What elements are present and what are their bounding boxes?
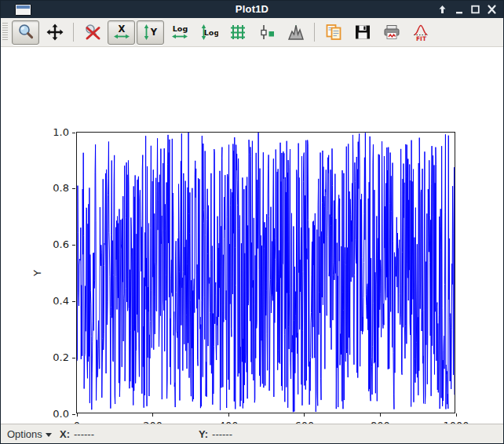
y-tick <box>72 188 75 189</box>
y-tick-label: 0.6 <box>42 238 69 250</box>
minimize-icon <box>455 5 463 14</box>
toolbar-separator <box>314 23 315 42</box>
y-autoscale-label: Y <box>149 27 157 38</box>
magnifier-icon <box>16 23 35 42</box>
cursor-x-readout: X: ------ <box>60 424 94 443</box>
printer-icon <box>382 23 401 42</box>
x-tick <box>77 413 78 417</box>
arrow-up-icon <box>438 5 447 14</box>
x-autoscale-button[interactable]: X <box>108 20 135 45</box>
x-tick <box>152 413 153 417</box>
y-tick <box>72 358 75 358</box>
plot-area[interactable]: X Y 020040060080010000.00.20.40.60.81.0 <box>1 47 503 424</box>
minimize-button[interactable] <box>453 3 465 16</box>
x-readout-label: X: <box>60 428 70 440</box>
x-log-label: Log <box>172 24 187 33</box>
y-tick <box>72 245 75 246</box>
pan-arrows-icon <box>46 23 64 42</box>
y-tick-label: 0.4 <box>42 295 69 307</box>
vertical-double-arrow-icon: Log <box>199 23 218 42</box>
vertical-double-arrow-icon: Y <box>141 23 160 42</box>
plot1d-window: Plot1D <box>0 0 504 444</box>
grid-icon <box>228 23 247 42</box>
plot-toolbar: X Y Log <box>1 18 503 47</box>
fit-label: FIT <box>415 35 426 42</box>
titlebar[interactable]: Plot1D <box>1 1 503 18</box>
x-tick <box>304 413 305 417</box>
plot-axes[interactable]: X Y 020040060080010000.00.20.40.60.81.0 <box>76 132 455 413</box>
curve-line <box>77 133 455 413</box>
histogram-icon <box>287 23 305 42</box>
fit-curve-icon: FIT <box>411 23 430 42</box>
chevron-down-icon <box>46 433 52 437</box>
magnifier-cross-icon <box>83 23 102 42</box>
copy-button[interactable] <box>320 20 347 45</box>
x-autoscale-label: X <box>118 24 125 35</box>
horizontal-double-arrow-icon: Log <box>170 23 189 42</box>
toolbar-grip[interactable] <box>2 23 8 42</box>
y-tick-label: 0.2 <box>42 351 69 363</box>
fit-button[interactable]: FIT <box>407 20 434 45</box>
y-tick <box>72 414 75 415</box>
x-readout-value: ------ <box>74 428 94 440</box>
x-tick <box>456 413 457 417</box>
curve-style-button[interactable] <box>253 20 280 45</box>
floppy-disk-icon <box>353 23 372 42</box>
y-log-label: Log <box>203 28 217 37</box>
y-tick <box>72 133 75 133</box>
close-icon <box>488 5 496 14</box>
window-controls <box>436 1 498 18</box>
print-button[interactable] <box>378 20 405 45</box>
options-dropdown-button[interactable]: Options <box>7 424 52 443</box>
maximize-icon <box>471 5 480 14</box>
copy-pages-icon <box>324 23 343 42</box>
x-tick <box>228 413 229 417</box>
curve-points-icon <box>257 23 276 42</box>
reset-zoom-button[interactable] <box>79 20 106 45</box>
y-axis-title: Y <box>31 270 43 276</box>
save-button[interactable] <box>349 20 376 45</box>
close-button[interactable] <box>486 3 498 16</box>
toolbar-separator <box>73 23 74 42</box>
x-tick <box>380 413 381 417</box>
y-tick-label: 1.0 <box>42 126 69 138</box>
y-autoscale-button[interactable]: Y <box>137 20 164 45</box>
histogram-button[interactable] <box>282 20 309 45</box>
y-readout-value: ------ <box>212 428 232 440</box>
y-readout-label: Y: <box>199 428 208 440</box>
options-label: Options <box>7 428 42 440</box>
window-title: Plot1D <box>1 1 503 18</box>
cursor-y-readout: Y: ------ <box>199 424 232 443</box>
maximize-button[interactable] <box>469 3 481 16</box>
y-tick-label: 0.0 <box>42 408 69 420</box>
y-log-button[interactable]: Log <box>195 20 222 45</box>
grid-button[interactable] <box>224 20 251 45</box>
horizontal-double-arrow-icon: X <box>112 23 131 42</box>
y-tick <box>72 301 75 302</box>
shade-button[interactable] <box>436 3 448 16</box>
y-tick-label: 0.8 <box>42 182 69 194</box>
x-log-button[interactable]: Log <box>166 20 193 45</box>
zoom-mode-button[interactable] <box>12 20 39 45</box>
pan-mode-button[interactable] <box>41 20 68 45</box>
statusbar: Options X: ------ Y: ------ <box>1 424 503 443</box>
